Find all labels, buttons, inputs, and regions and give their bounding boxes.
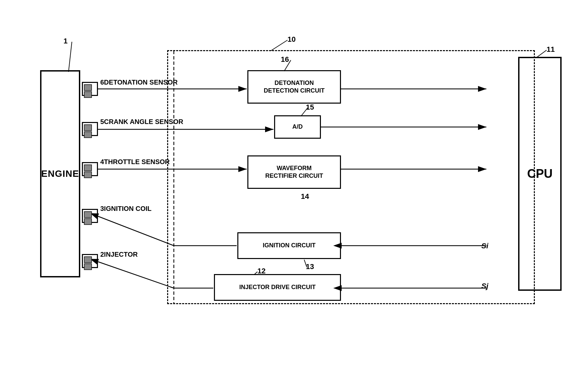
- ref-14: 14: [301, 192, 309, 201]
- ignition-circuit-label: IGNITION CIRCUIT: [263, 242, 316, 249]
- ref-13: 13: [306, 262, 314, 271]
- engine-block: ENGINE: [40, 70, 80, 277]
- connector-ignition-coil: [82, 209, 98, 223]
- detonation-detection-circuit-box: DETONATIONDETECTION CIRCUIT: [247, 70, 341, 104]
- ref-12: 12: [257, 267, 265, 275]
- detonation-detection-circuit-label: DETONATIONDETECTION CIRCUIT: [264, 79, 325, 95]
- engine-label: ENGINE: [41, 168, 79, 179]
- detonation-sensor-label: 6DETONATION SENSOR: [100, 79, 178, 86]
- sj-signal-label: Sj: [481, 282, 488, 290]
- ref-1: 1: [64, 37, 68, 45]
- throttle-sensor-label: 4THROTTLE SENSOR: [100, 158, 170, 166]
- injector-label: 2INJECTOR: [100, 251, 138, 258]
- ref-16: 16: [281, 55, 289, 64]
- ref-11: 11: [547, 45, 555, 54]
- injector-drive-circuit-label: INJECTOR DRIVE CIRCUIT: [239, 283, 316, 291]
- diagram-container: 1 ENGINE CPU 10 11 6DETONATION SENSOR 5C…: [20, 17, 568, 358]
- injector-drive-circuit-box: INJECTOR DRIVE CIRCUIT: [214, 274, 341, 301]
- connector-crank: [82, 122, 98, 136]
- svg-line-3: [271, 40, 287, 51]
- ignition-coil-label: 3IGNITION COIL: [100, 205, 151, 213]
- waveform-rectifier-label: WAVEFORMRECTIFIER CIRCUIT: [265, 164, 323, 180]
- svg-line-4: [537, 50, 547, 57]
- ad-converter-box: A/D: [274, 115, 321, 139]
- ref-10: 10: [287, 35, 296, 44]
- ignition-circuit-box: IGNITION CIRCUIT: [237, 232, 341, 259]
- svg-line-23: [98, 262, 174, 288]
- ad-converter-label: A/D: [292, 123, 303, 131]
- svg-line-2: [69, 42, 72, 72]
- ecu-box: [167, 50, 535, 304]
- connector-throttle: [82, 162, 98, 176]
- connector-injector: [82, 254, 98, 268]
- si-signal-label: Si: [481, 242, 488, 250]
- waveform-rectifier-box: WAVEFORMRECTIFIER CIRCUIT: [247, 155, 341, 189]
- ref-15: 15: [306, 103, 314, 112]
- svg-line-19: [98, 216, 174, 246]
- connector-detonation: [82, 82, 98, 96]
- crank-angle-sensor-label: 5CRANK ANGLE SENSOR: [100, 118, 183, 126]
